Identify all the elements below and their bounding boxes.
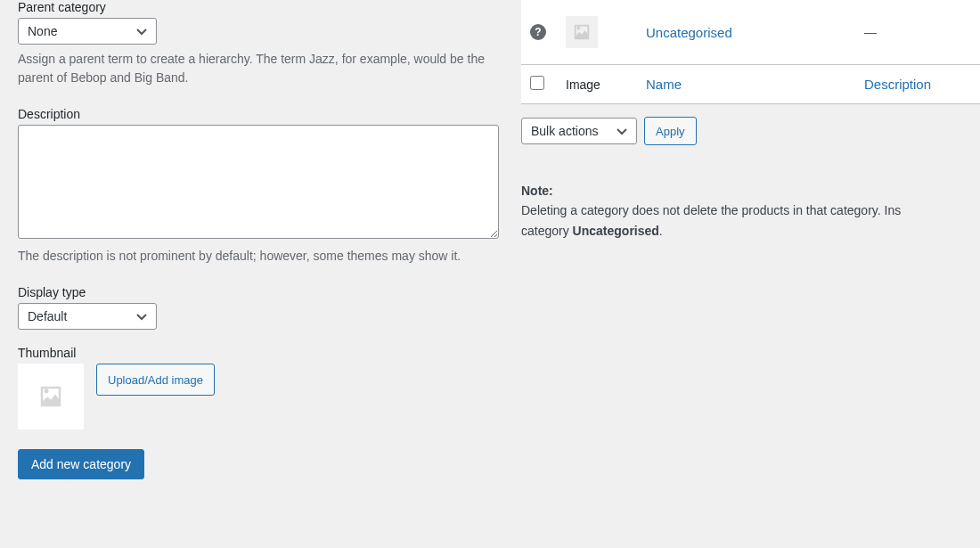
help-icon[interactable]: ? xyxy=(530,24,546,40)
add-category-button[interactable]: Add new category xyxy=(18,449,144,479)
category-name-link[interactable]: Uncategorised xyxy=(646,25,732,40)
apply-button[interactable]: Apply xyxy=(644,117,697,145)
col-header-image: Image xyxy=(557,65,637,104)
category-description: — xyxy=(864,25,877,39)
bulk-actions-select[interactable]: Bulk actions xyxy=(521,118,637,144)
description-textarea[interactable] xyxy=(18,125,499,239)
chevron-down-icon xyxy=(135,24,149,38)
categories-table: ? Uncategorised — Ima xyxy=(521,0,980,104)
chevron-down-icon xyxy=(615,124,629,138)
table-footer: Image Name Description xyxy=(521,65,980,104)
thumbnail-label: Thumbnail xyxy=(18,346,503,360)
col-header-description[interactable]: Description xyxy=(864,77,931,92)
note-body-suffix: . xyxy=(659,224,663,238)
note-body-line2-prefix: category xyxy=(521,224,573,238)
image-placeholder-icon xyxy=(37,383,64,410)
image-placeholder-icon xyxy=(572,22,592,42)
description-label: Description xyxy=(18,107,503,121)
col-header-name[interactable]: Name xyxy=(646,77,682,92)
parent-category-select[interactable]: None xyxy=(18,18,157,45)
note-title: Note: xyxy=(521,181,980,200)
select-all-checkbox[interactable] xyxy=(530,76,544,90)
table-row: ? Uncategorised — xyxy=(521,0,980,65)
thumbnail-preview xyxy=(18,364,84,429)
note-block: Note: Deleting a category does not delet… xyxy=(521,181,980,241)
display-type-label: Display type xyxy=(18,285,503,299)
parent-category-label: Parent category xyxy=(18,0,503,14)
note-body-line1: Deleting a category does not delete the … xyxy=(521,203,901,217)
description-help: The description is not prominent by defa… xyxy=(18,247,499,266)
upload-image-button[interactable]: Upload/Add image xyxy=(96,364,215,396)
chevron-down-icon xyxy=(135,309,149,323)
bulk-actions-selected: Bulk actions xyxy=(531,124,606,138)
note-default-category: Uncategorised xyxy=(573,224,659,238)
display-type-selected: Default xyxy=(28,309,126,323)
category-thumb xyxy=(566,16,598,48)
display-type-select[interactable]: Default xyxy=(18,303,157,330)
parent-category-selected: None xyxy=(28,24,126,38)
parent-category-help: Assign a parent term to create a hierarc… xyxy=(18,50,499,87)
